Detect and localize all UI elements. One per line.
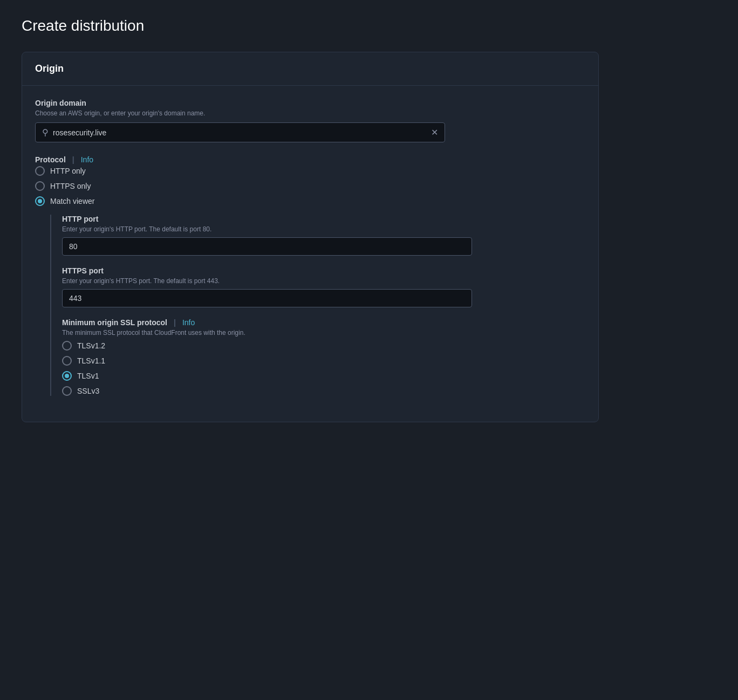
- https-port-label: HTTPS port: [62, 266, 585, 275]
- https-port-field: HTTPS port Enter your origin's HTTPS por…: [62, 266, 585, 307]
- ssl-tlsv11-option[interactable]: TLSv1.1: [62, 356, 585, 366]
- http-port-field: HTTP port Enter your origin's HTTP port.…: [62, 215, 585, 256]
- protocol-match-viewer-radio[interactable]: [35, 196, 45, 206]
- http-port-input[interactable]: [62, 237, 472, 256]
- clear-icon[interactable]: ✕: [431, 128, 438, 137]
- section-body: Origin domain Choose an AWS origin, or e…: [22, 86, 598, 422]
- http-port-label: HTTP port: [62, 215, 585, 223]
- protocol-match-viewer-label: Match viewer: [50, 197, 94, 205]
- search-icon: ⚲: [42, 127, 49, 138]
- https-port-input[interactable]: [62, 289, 472, 307]
- ssl-protocol-info-link[interactable]: Info: [182, 318, 195, 327]
- origin-domain-label: Origin domain: [35, 99, 585, 107]
- ssl-sslv3-label: SSLv3: [77, 387, 99, 395]
- ssl-tlsv11-radio[interactable]: [62, 356, 72, 366]
- page-title: Create distribution: [22, 17, 599, 35]
- protocol-match-viewer-option[interactable]: Match viewer: [35, 196, 585, 206]
- ssl-separator: |: [174, 318, 176, 327]
- protocol-http-only-option[interactable]: HTTP only: [35, 166, 585, 176]
- protocol-http-only-label: HTTP only: [50, 167, 86, 175]
- protocol-http-only-radio[interactable]: [35, 166, 45, 176]
- origin-domain-field: Origin domain Choose an AWS origin, or e…: [35, 99, 585, 142]
- ssl-tlsv12-label: TLSv1.2: [77, 341, 105, 350]
- separator: |: [72, 155, 74, 164]
- https-port-description: Enter your origin's HTTPS port. The defa…: [62, 277, 585, 285]
- ssl-sslv3-radio[interactable]: [62, 386, 72, 396]
- origin-section: Origin Origin domain Choose an AWS origi…: [22, 52, 599, 422]
- protocol-indented-section: HTTP port Enter your origin's HTTP port.…: [50, 215, 585, 396]
- protocol-https-only-radio[interactable]: [35, 181, 45, 191]
- protocol-radio-group: HTTP only HTTPS only Match viewer: [35, 166, 585, 206]
- protocol-https-only-label: HTTPS only: [50, 182, 91, 190]
- ssl-tlsv1-option[interactable]: TLSv1: [62, 371, 585, 381]
- ssl-tlsv12-option[interactable]: TLSv1.2: [62, 341, 585, 351]
- ssl-tlsv12-radio[interactable]: [62, 341, 72, 351]
- ssl-protocol-label: Minimum origin SSL protocol | Info: [62, 318, 585, 327]
- ssl-protocol-description: The minimum SSL protocol that CloudFront…: [62, 329, 585, 337]
- origin-domain-input[interactable]: [53, 128, 431, 137]
- protocol-https-only-option[interactable]: HTTPS only: [35, 181, 585, 191]
- origin-domain-input-container[interactable]: ⚲ ✕: [35, 122, 445, 142]
- ssl-tlsv1-label: TLSv1: [77, 372, 99, 380]
- ssl-protocol-field: Minimum origin SSL protocol | Info The m…: [62, 318, 585, 396]
- ssl-tlsv1-radio[interactable]: [62, 371, 72, 381]
- section-title: Origin: [35, 63, 585, 74]
- origin-domain-description: Choose an AWS origin, or enter your orig…: [35, 109, 585, 117]
- section-header: Origin: [22, 52, 598, 86]
- ssl-sslv3-option[interactable]: SSLv3: [62, 386, 585, 396]
- ssl-tlsv11-label: TLSv1.1: [77, 356, 105, 365]
- protocol-info-link[interactable]: Info: [81, 155, 93, 164]
- ssl-protocol-radio-group: TLSv1.2 TLSv1.1 TLSv1: [62, 341, 585, 396]
- protocol-field: Protocol | Info HTTP only HTTPS only: [35, 155, 585, 396]
- protocol-label: Protocol | Info: [35, 155, 585, 164]
- http-port-description: Enter your origin's HTTP port. The defau…: [62, 225, 585, 233]
